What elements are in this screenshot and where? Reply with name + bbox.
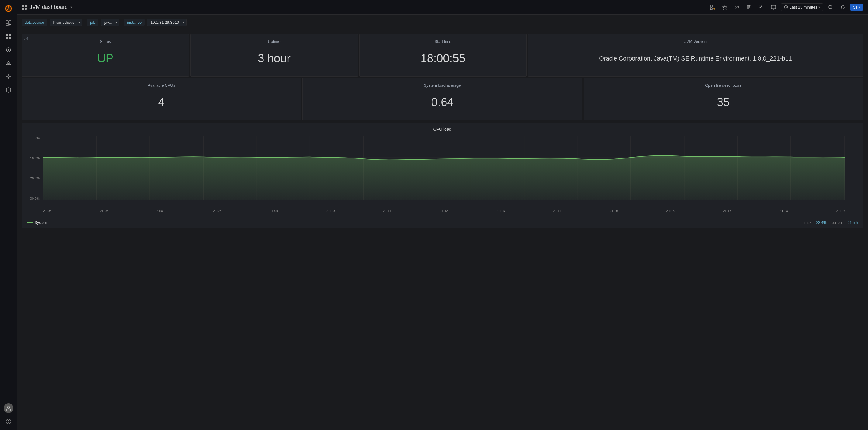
- starttime-title: Start time: [360, 39, 526, 44]
- datasource-select[interactable]: Prometheus: [50, 19, 82, 26]
- openfiles-title: Open file descriptors: [584, 83, 863, 88]
- svg-line-41: [832, 8, 833, 9]
- legend-max-value: 22.4%: [816, 221, 827, 225]
- svg-rect-11: [9, 34, 11, 36]
- svg-point-19: [7, 406, 9, 408]
- cpu-chart-container: 30.0% 20.0% 10.0% 0%: [22, 134, 863, 219]
- x-label-8: 21:13: [496, 209, 505, 212]
- search-button[interactable]: [826, 2, 835, 12]
- x-label-0: 21:05: [43, 209, 52, 212]
- interval-button[interactable]: 5s ▾: [850, 4, 863, 11]
- cpu-chart-svg: [43, 136, 845, 200]
- svg-rect-22: [22, 5, 24, 7]
- dashboard-chevron[interactable]: ▾: [70, 5, 72, 9]
- legend-system: System: [27, 221, 47, 225]
- cpu-chart-title: CPU load: [22, 123, 863, 134]
- svg-rect-13: [9, 37, 11, 39]
- x-label-13: 21:18: [780, 209, 788, 212]
- stats-row-1: Status UP Uptime 3 hour Start time 18:00…: [22, 34, 863, 77]
- interval-value: 5s: [853, 5, 857, 9]
- time-range-button[interactable]: Last 15 minutes ▾: [781, 3, 823, 11]
- topbar-actions: Last 15 minutes ▾ 5s ▾: [708, 2, 863, 12]
- settings-icon[interactable]: [2, 70, 14, 83]
- dashboards-icon[interactable]: [2, 30, 14, 42]
- clock-icon: [784, 5, 788, 9]
- star-button[interactable]: [720, 2, 730, 12]
- main-content: JVM dashboard ▾: [17, 0, 868, 430]
- share-button[interactable]: [732, 2, 742, 12]
- loadavg-card: System load average 0.64: [302, 78, 582, 120]
- jvmversion-card: JVM Version Oracle Corporation, Java(TM)…: [528, 34, 863, 77]
- job-label: job: [87, 19, 98, 26]
- datasource-select-wrap[interactable]: Prometheus: [50, 19, 82, 26]
- help-icon[interactable]: ?: [2, 415, 14, 428]
- starttime-value: 18:00:55: [421, 52, 466, 65]
- legend-current-label: current: [832, 221, 843, 225]
- grafana-logo[interactable]: [2, 2, 14, 15]
- add-panel-button[interactable]: [708, 2, 718, 12]
- dashboard-settings-button[interactable]: [756, 2, 766, 12]
- instance-select[interactable]: 10.1.81.29:3010: [147, 19, 187, 26]
- svg-point-17: [8, 64, 9, 65]
- time-range-label: Last 15 minutes: [789, 5, 817, 9]
- sidebar: ?: [0, 0, 17, 430]
- svg-rect-34: [748, 5, 750, 7]
- x-axis: 21:05 21:06 21:07 21:08 21:09 21:10 21:1…: [43, 209, 845, 212]
- cpus-value: 4: [158, 96, 165, 109]
- legend-max-label: max: [804, 221, 811, 225]
- openfiles-value: 35: [717, 96, 730, 109]
- instance-label: instance: [124, 19, 145, 26]
- y-label-0: 30.0%: [24, 197, 39, 200]
- save-button[interactable]: [744, 2, 754, 12]
- svg-rect-26: [710, 5, 712, 7]
- status-title: Status: [22, 39, 189, 44]
- user-avatar[interactable]: [4, 403, 13, 413]
- job-select-wrap[interactable]: java: [101, 19, 119, 26]
- filterbar: datasource Prometheus job java instance …: [17, 15, 868, 30]
- svg-text:?: ?: [7, 420, 9, 423]
- svg-marker-15: [8, 49, 10, 51]
- svg-point-35: [761, 6, 762, 8]
- display-button[interactable]: [769, 2, 778, 12]
- svg-rect-23: [25, 5, 27, 7]
- y-label-1: 20.0%: [24, 176, 39, 180]
- x-label-10: 21:15: [610, 209, 618, 212]
- x-label-9: 21:14: [553, 209, 562, 212]
- x-label-5: 21:10: [327, 209, 335, 212]
- dashboard-content: Status UP Uptime 3 hour Start time 18:00…: [17, 30, 868, 430]
- svg-rect-24: [22, 8, 24, 10]
- explore-icon[interactable]: [2, 44, 14, 56]
- shield-icon[interactable]: [2, 84, 14, 96]
- x-label-3: 21:08: [213, 209, 222, 212]
- cpu-load-chart-panel: CPU load 30.0% 20.0% 10.0% 0%: [22, 123, 863, 228]
- add-panel-icon[interactable]: [2, 17, 14, 29]
- uptime-card: Uptime 3 hour: [190, 34, 358, 77]
- x-label-1: 21:06: [100, 209, 108, 212]
- chart-legend: System max 22.4% current 21.5%: [22, 219, 863, 228]
- uptime-title: Uptime: [191, 39, 358, 44]
- instance-select-wrap[interactable]: 10.1.81.29:3010: [147, 19, 187, 26]
- svg-rect-27: [713, 5, 715, 7]
- svg-rect-25: [25, 8, 27, 10]
- refresh-button[interactable]: [838, 2, 848, 12]
- y-axis: 30.0% 20.0% 10.0% 0%: [24, 136, 42, 200]
- svg-rect-36: [771, 5, 776, 8]
- legend-color-system: [27, 222, 33, 223]
- alerting-icon[interactable]: [2, 57, 14, 69]
- x-label-6: 21:11: [383, 209, 392, 212]
- svg-rect-6: [9, 21, 11, 23]
- x-label-14: 21:19: [836, 209, 845, 212]
- job-select[interactable]: java: [101, 19, 119, 26]
- refresh-icon: [840, 5, 845, 10]
- grid-icon: [22, 5, 27, 10]
- dashboard-title: JVM dashboard: [29, 4, 68, 10]
- cpus-card: Available CPUs 4: [22, 78, 301, 120]
- svg-rect-32: [735, 7, 736, 8]
- interval-chevron: ▾: [859, 5, 860, 9]
- y-label-2: 10.0%: [24, 156, 39, 160]
- stats-row-2: Available CPUs 4 System load average 0.6…: [22, 78, 863, 120]
- starttime-card: Start time 18:00:55: [359, 34, 527, 77]
- svg-marker-31: [723, 5, 727, 9]
- x-label-4: 21:09: [270, 209, 278, 212]
- legend-label: System: [35, 221, 47, 225]
